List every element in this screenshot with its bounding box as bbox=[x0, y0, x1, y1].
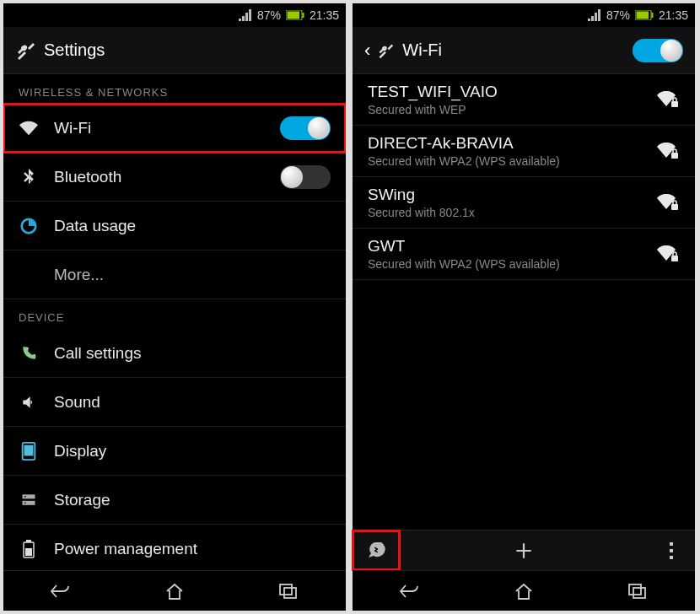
settings-title: Settings bbox=[44, 40, 334, 60]
section-device: DEVICE bbox=[3, 299, 346, 329]
network-security: Secured with WPA2 (WPS available) bbox=[368, 257, 644, 271]
svg-rect-17 bbox=[651, 13, 653, 18]
svg-rect-1 bbox=[287, 12, 299, 19]
battery-text: 87% bbox=[606, 8, 630, 22]
wifi-network-list: TEST_WIFI_VAIOSecured with WEPDIRECT-Ak-… bbox=[353, 74, 695, 530]
back-icon[interactable]: ‹ bbox=[364, 40, 370, 62]
more-row[interactable]: More... bbox=[3, 250, 346, 299]
wifi-signal-lock-icon bbox=[656, 242, 680, 266]
power-management-row[interactable]: Power management bbox=[3, 525, 346, 570]
plus-icon bbox=[513, 540, 535, 562]
overflow-icon bbox=[669, 541, 674, 560]
display-row[interactable]: Display bbox=[3, 427, 346, 476]
settings-list: WIRELESS & NETWORKS Wi-Fi Bluetooth Data… bbox=[3, 74, 346, 570]
svg-rect-26 bbox=[633, 588, 645, 598]
nav-bar bbox=[3, 570, 346, 611]
wifi-screen-title: Wi-Fi bbox=[402, 40, 624, 60]
svg-rect-23 bbox=[670, 549, 673, 552]
nav-recent-button[interactable] bbox=[581, 571, 695, 611]
wifi-screen: 87% 21:35 ‹ Wi-Fi TEST_WIFI_VAIOSecured … bbox=[353, 3, 695, 611]
wifi-master-toggle[interactable] bbox=[633, 39, 683, 62]
network-name: SWing bbox=[368, 186, 644, 204]
phone-icon bbox=[19, 343, 39, 364]
data-usage-icon bbox=[19, 216, 39, 236]
storage-icon bbox=[19, 490, 39, 510]
wifi-row[interactable]: Wi-Fi bbox=[3, 104, 346, 153]
wifi-icon bbox=[19, 118, 39, 138]
battery-text: 87% bbox=[257, 8, 281, 22]
bluetooth-toggle[interactable] bbox=[280, 165, 331, 189]
svg-rect-19 bbox=[671, 153, 678, 159]
call-settings-label: Call settings bbox=[54, 344, 331, 363]
call-settings-row[interactable]: Call settings bbox=[3, 329, 346, 378]
power-label: Power management bbox=[54, 540, 331, 558]
nav-home-button[interactable] bbox=[466, 571, 580, 611]
section-wireless-networks: WIRELESS & NETWORKS bbox=[3, 74, 346, 104]
wifi-action-bar bbox=[353, 530, 695, 570]
wps-icon bbox=[366, 541, 386, 561]
nav-bar bbox=[353, 570, 695, 611]
svg-rect-25 bbox=[629, 584, 641, 595]
svg-rect-22 bbox=[670, 542, 673, 546]
svg-point-9 bbox=[24, 502, 26, 504]
nav-home-button[interactable] bbox=[117, 571, 231, 611]
network-row[interactable]: SWingSecured with 802.1x bbox=[353, 177, 695, 229]
battery-icon bbox=[635, 10, 654, 20]
network-name: GWT bbox=[368, 237, 644, 256]
data-usage-label: Data usage bbox=[54, 217, 331, 235]
clock-text: 21:35 bbox=[659, 8, 688, 22]
network-security: Secured with WEP bbox=[368, 103, 644, 116]
svg-rect-16 bbox=[636, 12, 649, 19]
svg-rect-11 bbox=[26, 540, 31, 542]
svg-point-8 bbox=[24, 495, 26, 497]
wifi-toggle[interactable] bbox=[280, 116, 331, 140]
wps-button[interactable] bbox=[353, 531, 400, 570]
svg-rect-18 bbox=[671, 101, 678, 107]
settings-tools-icon bbox=[377, 42, 394, 59]
sound-icon bbox=[19, 392, 39, 412]
sound-row[interactable]: Sound bbox=[3, 378, 346, 427]
settings-screen: 87% 21:35 Settings WIRELESS & NETWORKS W… bbox=[3, 3, 346, 611]
network-row[interactable]: TEST_WIFI_VAIOSecured with WEP bbox=[353, 74, 695, 126]
nav-recent-button[interactable] bbox=[232, 571, 346, 611]
settings-tools-icon bbox=[15, 40, 35, 61]
svg-rect-7 bbox=[23, 500, 35, 504]
svg-rect-20 bbox=[671, 204, 678, 210]
bluetooth-row[interactable]: Bluetooth bbox=[3, 153, 346, 202]
signal-icon bbox=[588, 9, 601, 21]
more-label: More... bbox=[54, 266, 331, 284]
svg-rect-13 bbox=[280, 584, 292, 595]
clock-text: 21:35 bbox=[310, 8, 339, 22]
signal-icon bbox=[239, 9, 252, 21]
settings-appbar: Settings bbox=[3, 27, 346, 74]
bluetooth-label: Bluetooth bbox=[54, 168, 265, 186]
network-name: DIRECT-Ak-BRAVIA bbox=[368, 134, 644, 153]
status-bar: 87% 21:35 bbox=[3, 3, 346, 27]
svg-rect-12 bbox=[25, 548, 32, 556]
data-usage-row[interactable]: Data usage bbox=[3, 202, 346, 250]
sound-label: Sound bbox=[54, 393, 331, 412]
wifi-signal-lock-icon bbox=[656, 139, 680, 163]
svg-rect-24 bbox=[670, 556, 673, 559]
network-security: Secured with 802.1x bbox=[368, 206, 644, 219]
network-name: TEST_WIFI_VAIO bbox=[368, 83, 644, 101]
nav-back-button[interactable] bbox=[3, 571, 117, 611]
network-row[interactable]: DIRECT-Ak-BRAVIASecured with WPA2 (WPS a… bbox=[353, 126, 695, 177]
bluetooth-icon bbox=[19, 167, 39, 187]
display-label: Display bbox=[54, 442, 331, 460]
battery-vert-icon bbox=[19, 539, 39, 559]
network-row[interactable]: GWTSecured with WPA2 (WPS available) bbox=[353, 229, 695, 280]
svg-rect-21 bbox=[671, 256, 678, 261]
svg-rect-6 bbox=[23, 494, 35, 498]
add-network-button[interactable] bbox=[400, 531, 648, 570]
status-bar: 87% 21:35 bbox=[353, 3, 695, 27]
wifi-signal-lock-icon bbox=[656, 191, 680, 214]
wifi-signal-lock-icon bbox=[656, 88, 680, 111]
storage-row[interactable]: Storage bbox=[3, 476, 346, 525]
battery-icon bbox=[286, 10, 304, 20]
wifi-appbar: ‹ Wi-Fi bbox=[353, 27, 695, 74]
svg-rect-5 bbox=[24, 444, 34, 455]
network-security: Secured with WPA2 (WPS available) bbox=[368, 154, 644, 168]
nav-back-button[interactable] bbox=[353, 571, 466, 611]
overflow-menu-button[interactable] bbox=[648, 531, 695, 570]
